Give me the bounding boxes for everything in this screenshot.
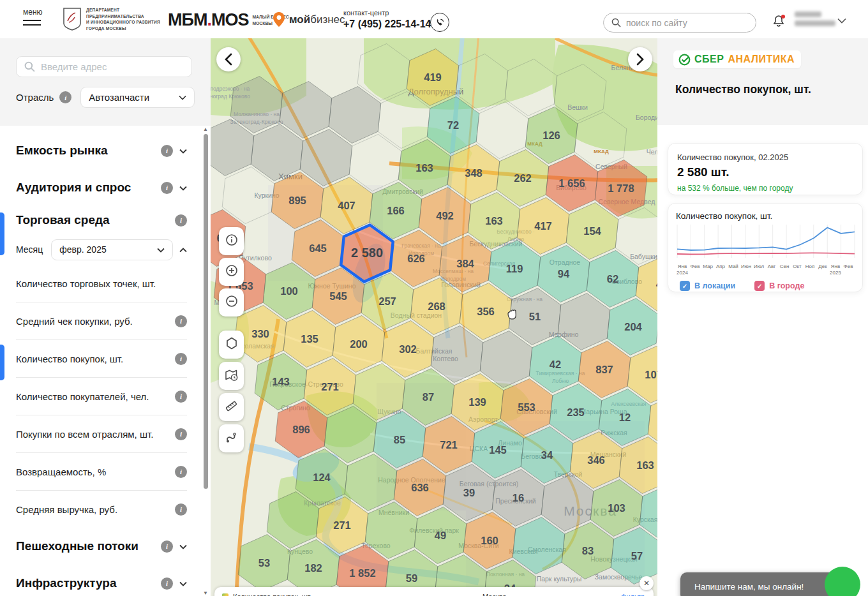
map-tool-ruler[interactable] [219,393,244,421]
metric-item-2[interactable]: Количество покупок, шт.i [0,340,203,377]
trade-collapse-chevron[interactable] [179,244,187,255]
sidebar-group-0[interactable]: Емкость рынкаi [0,132,203,169]
callback-button[interactable] [430,13,449,32]
hex-map[interactable]: МКАДМКАД ДолгопрудныйХимкиМоскваСеверный… [211,38,657,596]
hexagon-value: 419 [424,71,442,83]
legend-item-0[interactable]: ✓В локации [680,281,735,291]
sidebar-sections: Емкость рынкаiАудитория и спросiТорговая… [0,126,203,596]
metric-item-0[interactable]: Количество торговых точек, шт. [0,265,203,302]
chevron-down-icon [179,544,187,549]
metric-label: Средний чек покупки, руб. [16,316,175,327]
hexagon-value: 271 [333,519,351,531]
map-panel-close-button[interactable]: ✕ [640,576,654,590]
metric-info-icon[interactable]: i [175,466,187,478]
ruler-icon [224,399,239,416]
hexagon-value: 163 [415,162,433,174]
map-tool-info[interactable] [219,227,244,255]
pan-right-button[interactable] [628,47,652,71]
metric-info-icon[interactable]: i [175,315,187,327]
map-tool-hexagon[interactable] [219,331,244,359]
industry-info-icon[interactable]: i [59,91,71,103]
department-name: ДЕПАРТАМЕНТ ПРЕДПРИНИМАТЕЛЬСТВА И ИННОВА… [86,7,160,31]
hexagon-value: 124 [313,472,331,483]
industry-select[interactable]: Автозапчасти [80,87,195,108]
sidebar-group-bottom-0[interactable]: Пешеходные потокиi [0,528,203,565]
sidebar-group-trade[interactable]: Торговая средаi [0,206,203,234]
moy-biznes-logo[interactable]: мойбизнес [272,11,345,28]
hexagon-value: 143 [272,376,290,387]
metric-info-icon[interactable]: i [175,391,187,403]
metric-info-icon[interactable]: i [175,353,187,365]
group-info-icon[interactable]: i [161,577,173,590]
hexagon-value: 126 [542,130,560,141]
group-chevron[interactable] [179,182,187,193]
mbm-logo-text: МБМ.MOS [168,10,248,30]
hexagon-value: 62 [607,273,618,285]
x-tick: Июн [740,264,752,276]
metric-item-5[interactable]: Возвращаемость, %i [0,453,203,490]
phone-icon [435,17,445,28]
hexagon-value: 100 [280,285,298,297]
site-search-input[interactable] [626,18,735,28]
town-label: Бороди [636,114,657,121]
metric-item-4[interactable]: Покупки по всем отраслям, шт.i [0,415,203,452]
notifications-button[interactable] [772,15,786,29]
metric-info-icon[interactable]: i [175,503,187,516]
hexagon-value: 895 [288,195,306,206]
series-В локации [677,228,855,250]
user-menu[interactable] [795,11,837,29]
hexagon-value: 85 [394,434,405,445]
map-tool-map-history[interactable] [219,362,244,390]
hexagon-value: 34 [541,449,553,461]
group-chevron[interactable] [179,540,187,552]
hexagon-value: 348 [465,167,483,179]
legend-checkbox[interactable]: ✓ [680,281,690,291]
analytics-panel: СБЕР АНАЛИТИКА Количество покупок, шт. К… [657,38,868,596]
group-info-icon[interactable]: i [161,145,173,157]
user-chevron-down-icon[interactable] [837,18,846,24]
metric-item-6[interactable]: Средняя выручка, руб.i [0,491,203,528]
sidebar-group-bottom-1[interactable]: Инфраструктураi [0,565,203,596]
department-logo[interactable]: ДЕПАРТАМЕНТ ПРЕДПРИНИМАТЕЛЬСТВА И ИННОВА… [63,7,160,31]
group-info-icon[interactable]: i [161,182,173,194]
legend-item-1[interactable]: ✓В городе [754,281,804,291]
sber-analytics-logo: СБЕР АНАЛИТИКА [673,50,801,68]
menu-label: меню [23,8,45,17]
scrollbar-thumb[interactable] [204,134,208,489]
month-select[interactable]: февр. 2025 [51,239,173,260]
hexagon-value: 271 [321,381,339,392]
chevron-down-icon [179,186,187,191]
group-info-icon[interactable]: i [161,540,173,553]
map-tool-zoom-out[interactable] [219,288,244,317]
mbm-mos-logo[interactable]: МБМ.MOS МАЛЫЙ БИЗНЕС МОСКВЫ [168,10,289,30]
chevron-down-icon [179,149,187,154]
legend-filter-link[interactable]: Фильтр [621,593,645,596]
sidebar-group-1[interactable]: Аудитория и спросi [0,169,203,206]
legend-city: Москва [483,593,507,596]
metric-item-3[interactable]: Количество покупателей, чел.i [0,378,203,415]
pan-left-button[interactable] [216,47,241,71]
hexagon-value: 145 [489,444,507,456]
group-chevron[interactable] [179,145,187,156]
legend-checkbox[interactable]: ✓ [754,281,765,291]
x-tick: Ноя [804,264,816,276]
map-tool-zoom-in[interactable] [219,258,244,286]
hexagon-icon [225,336,239,353]
group-info-icon[interactable]: i [175,214,187,227]
info-icon [225,233,239,250]
metric-info-icon[interactable]: i [175,428,187,440]
hexagon-value: 57 [631,550,643,562]
map-tool-route[interactable] [219,424,244,452]
group-label: Торговая среда [16,213,175,227]
analytics-header: СБЕР АНАЛИТИКА Количество покупок, шт. [657,38,868,125]
chat-text: Напишите нам, мы онлайн! [694,582,804,592]
metric-item-1[interactable]: Средний чек покупки, руб.i [0,302,203,339]
scroll-up-arrow[interactable]: ▲ [203,126,208,132]
hexagon-value: 94 [558,268,570,279]
menu-button[interactable]: меню [23,8,45,26]
address-input[interactable] [41,61,175,72]
zoom-out-icon [225,294,239,311]
scroll-down-arrow[interactable]: ▼ [203,590,208,596]
group-chevron[interactable] [179,577,187,589]
metric-label: Количество торговых точек, шт. [16,278,187,289]
